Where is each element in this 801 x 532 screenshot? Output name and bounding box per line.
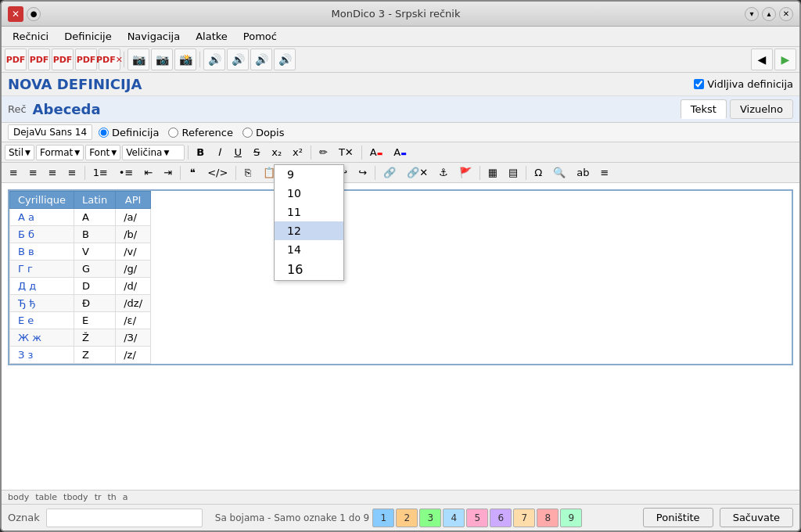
sep2-2: [180, 166, 181, 180]
color-btn-9[interactable]: 9: [560, 509, 582, 527]
status-table: table: [35, 492, 57, 502]
color-btn-2[interactable]: 2: [396, 509, 418, 527]
color-btn-8[interactable]: 8: [537, 509, 559, 527]
sep2: [199, 52, 200, 67]
quote-btn[interactable]: ❝: [184, 164, 201, 181]
pdf-icon-4[interactable]: PDF: [75, 49, 97, 70]
abbr-btn[interactable]: ab: [572, 164, 594, 181]
size-option-12[interactable]: 12: [275, 221, 343, 240]
vidljiva-checkbox-area[interactable]: Vidljiva definicija: [694, 78, 793, 90]
sacuvate-button[interactable]: Sačuvate: [720, 508, 793, 527]
size-option-11[interactable]: 11: [275, 203, 343, 221]
menu-alatke[interactable]: Alatke: [188, 28, 235, 45]
menu-definicije[interactable]: Definicije: [56, 28, 119, 45]
link-btn[interactable]: 🔗: [379, 164, 400, 181]
menu-recnici[interactable]: Rečnici: [5, 28, 56, 45]
code-btn[interactable]: </>: [203, 164, 232, 181]
size-option-16[interactable]: 16: [275, 259, 343, 280]
align-justify-btn[interactable]: ≡: [63, 164, 81, 181]
align-right-btn[interactable]: ≡: [44, 164, 62, 181]
underline-button[interactable]: U: [229, 144, 246, 160]
pdf-icon-3[interactable]: PDF: [52, 49, 74, 70]
menu-navigacija[interactable]: Navigacija: [120, 28, 189, 45]
vidljiva-checkbox[interactable]: [694, 79, 704, 89]
menu-pomoc[interactable]: Pomoć: [235, 28, 285, 45]
size-option-10[interactable]: 10: [275, 184, 343, 203]
radio-reference-label: Reference: [181, 127, 232, 138]
copy-btn[interactable]: ⎘: [239, 164, 257, 181]
unordered-list-btn[interactable]: •≡: [114, 164, 138, 181]
pdf-icon-1[interactable]: PDF: [5, 49, 27, 70]
color-btn-6[interactable]: 6: [490, 509, 512, 527]
style-label: Stil: [9, 147, 23, 158]
vizuelno-tab[interactable]: Vizuelno: [730, 99, 793, 119]
justify-full-btn[interactable]: ≡: [596, 164, 614, 181]
pdf-icon-2[interactable]: PDF: [28, 49, 50, 70]
indent-more-btn[interactable]: ⇥: [159, 164, 177, 181]
oznak-input[interactable]: [46, 509, 203, 527]
radio-definicija[interactable]: Definicija: [99, 127, 159, 138]
redo-btn[interactable]: ↪: [354, 164, 372, 181]
maximize-button[interactable]: ▴: [762, 7, 776, 21]
size-option-9[interactable]: 9: [275, 165, 343, 184]
superscript-button[interactable]: x²: [288, 144, 307, 160]
subscript-button[interactable]: x₂: [267, 144, 286, 160]
color-btn-5[interactable]: 5: [466, 509, 488, 527]
table-btn[interactable]: ▦: [483, 164, 502, 181]
anchor-btn[interactable]: ⚓: [434, 164, 453, 181]
pdf-del-icon[interactable]: PDF✕: [99, 49, 120, 70]
table-props-btn[interactable]: ▤: [504, 164, 523, 181]
table-row: Д дD/d/: [10, 278, 151, 295]
color-btn-3[interactable]: 3: [419, 509, 441, 527]
align-left-btn[interactable]: ≡: [5, 164, 23, 181]
nav-next[interactable]: ▶: [774, 49, 796, 70]
camera-icon-1[interactable]: 📷: [128, 49, 149, 70]
table-cell: Z: [74, 347, 116, 364]
table-cell: Б б: [10, 226, 74, 243]
minimize-button[interactable]: ▾: [745, 7, 759, 21]
style-dropdown[interactable]: Stil ▼: [5, 145, 34, 160]
clear-format-button[interactable]: T✕: [334, 144, 358, 160]
color-btn-7[interactable]: 7: [513, 509, 535, 527]
table-cell: А а: [10, 209, 74, 226]
close-button[interactable]: ●: [27, 7, 41, 21]
camera-icon-2[interactable]: 📷: [151, 49, 173, 70]
align-center-btn[interactable]: ≡: [24, 164, 42, 181]
indent-less-btn[interactable]: ⇤: [139, 164, 157, 181]
status-th: th: [107, 492, 116, 502]
font-color-button[interactable]: A▬: [365, 144, 387, 160]
unlink-btn[interactable]: 🔗✕: [402, 164, 433, 181]
bg-color-button[interactable]: A▬: [389, 144, 411, 160]
color-btn-4[interactable]: 4: [443, 509, 465, 527]
size-option-14[interactable]: 14: [275, 240, 343, 259]
radio-reference[interactable]: Reference: [168, 127, 232, 138]
audio-icon-4[interactable]: 🔊: [274, 49, 296, 70]
highlight-button[interactable]: ✏: [314, 144, 332, 160]
audio-icon-1[interactable]: 🔊: [203, 49, 225, 70]
ponistite-button[interactable]: Poništite: [643, 508, 713, 527]
table-cell: Đ: [74, 295, 116, 312]
audio-icon-2[interactable]: 🔊: [227, 49, 249, 70]
bold-button[interactable]: B: [192, 144, 209, 160]
radio-dopis[interactable]: Dopis: [242, 127, 285, 138]
italic-button[interactable]: I: [210, 144, 228, 160]
audio-icon-3[interactable]: 🔊: [250, 49, 272, 70]
camera-icon-3[interactable]: 📸: [174, 49, 196, 70]
table-row: Ж жŽ/З/: [10, 329, 151, 347]
search-btn[interactable]: 🔍: [548, 164, 570, 181]
ordered-list-btn[interactable]: 1≡: [88, 164, 113, 181]
color-btn-1[interactable]: 1: [372, 509, 394, 527]
sep-fmt2: [311, 146, 311, 160]
close-x-button[interactable]: ✕: [779, 7, 793, 21]
strikethrough-button[interactable]: S: [248, 144, 265, 160]
tekst-tab[interactable]: Tekst: [681, 99, 727, 119]
nav-prev[interactable]: ◀: [751, 49, 773, 70]
font-dropdown[interactable]: Font ▼: [85, 145, 120, 160]
flag-btn[interactable]: 🚩: [454, 164, 476, 181]
editor-area[interactable]: Cyrillique Latin API А аA/a/Б бB/b/В вV/…: [2, 183, 799, 490]
format-dropdown[interactable]: Format ▼: [36, 145, 84, 160]
size-dropdown[interactable]: Veličina ▼: [122, 145, 185, 160]
radio-dopis-label: Dopis: [256, 127, 285, 138]
table-row: Е еE/ε/: [10, 312, 151, 329]
special-char-btn[interactable]: Ω: [530, 164, 547, 181]
